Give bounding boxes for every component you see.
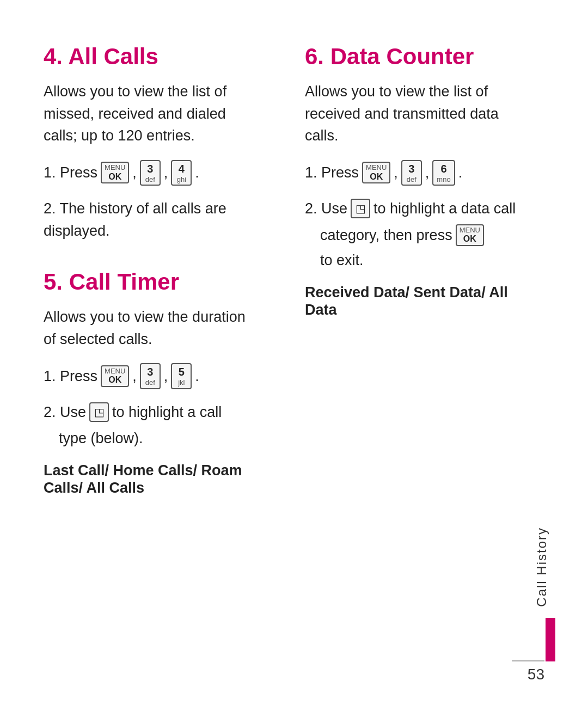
step2-prefix-5: 2. Use bbox=[44, 401, 86, 424]
comma-4: , bbox=[164, 365, 168, 388]
step1-prefix-6: 1. Press bbox=[305, 162, 359, 184]
divider-line bbox=[512, 660, 544, 661]
period-2: . bbox=[195, 365, 199, 388]
period-3: . bbox=[458, 162, 463, 184]
sidebar: Call History bbox=[523, 44, 555, 661]
left-column: 4. All Calls Allows you to view the list… bbox=[44, 44, 283, 661]
menu-ok-key-1: MENU OK bbox=[101, 162, 129, 183]
section-5-step2-sub: type (below). bbox=[59, 427, 261, 450]
step1-content: 1. Press MENU OK , 3 def , 4 bbox=[44, 160, 199, 186]
section-4-description: Allows you to view the list of missed, r… bbox=[44, 81, 261, 147]
step2-sub-prefix-6: category, then press bbox=[320, 224, 452, 247]
menu-ok-key-2: MENU OK bbox=[101, 365, 129, 387]
section-5-bold: Last Call/ Home Calls/ Roam Calls/ All C… bbox=[44, 462, 261, 496]
step1-prefix: 1. Press bbox=[44, 162, 97, 184]
section-4-step2: 2. The history of all calls are displaye… bbox=[44, 198, 261, 242]
key-4ghi: 4 ghi bbox=[171, 160, 192, 186]
section-6-bold: Received Data/ Sent Data/ All Data bbox=[305, 284, 523, 318]
section-4-title: 4. All Calls bbox=[44, 44, 261, 70]
comma-1: , bbox=[132, 162, 137, 184]
key-6mno: 6 mno bbox=[432, 160, 455, 186]
menu-ok-key-4: MENU OK bbox=[456, 224, 484, 246]
page-number: 53 bbox=[528, 666, 544, 683]
menu-ok-key-3: MENU OK bbox=[362, 162, 390, 183]
section-6-step2: 2. Use ◳ to highlight a data call bbox=[305, 198, 523, 220]
right-column: 6. Data Counter Allows you to view the l… bbox=[283, 44, 523, 661]
section-5-step1: 1. Press MENU OK , 3 def , 5 bbox=[44, 363, 261, 389]
page-container: 4. All Calls Allows you to view the list… bbox=[0, 0, 588, 705]
step2-content-5: 2. Use ◳ to highlight a call bbox=[44, 401, 222, 424]
section-6: 6. Data Counter Allows you to view the l… bbox=[305, 44, 523, 318]
step1-content-5: 1. Press MENU OK , 3 def , 5 bbox=[44, 363, 199, 389]
nav-up-down-icon: ◳ bbox=[89, 402, 109, 422]
sidebar-bar bbox=[546, 618, 555, 661]
content-area: 4. All Calls Allows you to view the list… bbox=[0, 0, 588, 705]
nav-up-down-icon-2: ◳ bbox=[351, 199, 370, 218]
step2-middle-6: to highlight a data call bbox=[373, 198, 516, 220]
section-5-description: Allows you to view the duration of selec… bbox=[44, 306, 261, 350]
section-5-step2: 2. Use ◳ to highlight a call bbox=[44, 401, 261, 424]
section-5: 5. Call Timer Allows you to view the dur… bbox=[44, 269, 261, 496]
section-4: 4. All Calls Allows you to view the list… bbox=[44, 44, 261, 242]
step2-text: 2. The history of all calls are displaye… bbox=[44, 198, 261, 242]
section-6-step1: 1. Press MENU OK , 3 def , 6 bbox=[305, 160, 523, 186]
section-5-bold-text: Last Call/ Home Calls/ Roam Calls/ All C… bbox=[44, 462, 242, 496]
comma-5: , bbox=[394, 162, 398, 184]
section-4-step1: 1. Press MENU OK , 3 def , 4 bbox=[44, 160, 261, 186]
step1-content-6: 1. Press MENU OK , 3 def , 6 bbox=[305, 160, 462, 186]
section-6-description: Allows you to view the list of received … bbox=[305, 81, 523, 147]
step2-sub-suffix-6: to exit. bbox=[320, 249, 364, 272]
step2-prefix-6: 2. Use bbox=[305, 198, 347, 220]
key-5jkl: 5 jkl bbox=[171, 363, 192, 389]
comma-3: , bbox=[132, 365, 137, 388]
comma-6: , bbox=[425, 162, 430, 184]
step2-content-6: 2. Use ◳ to highlight a data call bbox=[305, 198, 516, 220]
key-3def-2: 3 def bbox=[140, 363, 161, 389]
step2-middle-5: to highlight a call bbox=[112, 401, 222, 424]
section-6-title: 6. Data Counter bbox=[305, 44, 523, 70]
period-1: . bbox=[195, 162, 199, 184]
key-3def-3: 3 def bbox=[401, 160, 422, 186]
sidebar-label: Call History bbox=[529, 527, 549, 607]
comma-2: , bbox=[164, 162, 168, 184]
section-6-step2-sub: category, then press MENU OK to exit. bbox=[320, 224, 523, 272]
key-3def-1: 3 def bbox=[140, 160, 161, 186]
section-6-bold-text: Received Data/ Sent Data/ All Data bbox=[305, 284, 508, 318]
step1-prefix-5: 1. Press bbox=[44, 365, 97, 388]
section-5-title: 5. Call Timer bbox=[44, 269, 261, 295]
step2-sub-5: type (below). bbox=[59, 427, 143, 450]
